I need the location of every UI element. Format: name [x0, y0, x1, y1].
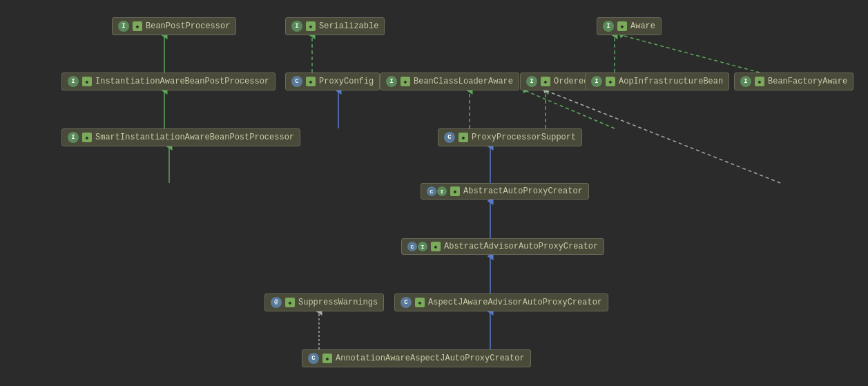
leaf-icon: ◆: [617, 21, 627, 31]
node-Ordered[interactable]: I ◆ Ordered: [520, 73, 595, 90]
node-Aware[interactable]: I ◆ Aware: [597, 17, 662, 35]
node-label: Aware: [630, 21, 655, 31]
node-label: BeanFactoryAware: [768, 77, 847, 86]
node-AbstractAdvisorAutoProxyCreator[interactable]: C I ◆ AbstractAdvisorAutoProxyCreator: [401, 238, 604, 255]
icon-class: C: [291, 76, 302, 87]
leaf-icon: ◆: [415, 298, 425, 307]
node-label: ProxyProcessorSupport: [472, 133, 576, 142]
node-label: BeanPostProcessor: [146, 21, 230, 31]
node-BeanFactoryAware[interactable]: I ◆ BeanFactoryAware: [734, 73, 853, 90]
leaf-icon: ◆: [306, 21, 316, 31]
node-SmartInstantiationAwareBeanPostProcessor[interactable]: I ◆ SmartInstantiationAwareBeanPostProce…: [61, 128, 300, 146]
node-ProxyConfig[interactable]: C ◆ ProxyConfig: [285, 73, 380, 90]
node-AspectJAwareAdvisorAutoProxyCreator[interactable]: C ◆ AspectJAwareAdvisorAutoProxyCreator: [394, 293, 608, 311]
node-label: SmartInstantiationAwareBeanPostProcessor: [95, 133, 294, 142]
icon-interface: I: [603, 21, 614, 32]
svg-line-3: [621, 35, 760, 73]
leaf-icon: ◆: [431, 242, 441, 251]
icon-interface: I: [740, 76, 751, 87]
icon-interface: I: [68, 76, 79, 87]
node-InstantiationAwareBeanPostProcessor[interactable]: I ◆ InstantiationAwareBeanPostProcessor: [61, 73, 276, 90]
icon-annotation: @: [271, 297, 282, 308]
leaf-icon: ◆: [82, 133, 92, 142]
icon-interface: I: [526, 76, 537, 87]
leaf-icon: ◆: [285, 298, 295, 307]
leaf-icon: ◆: [82, 77, 92, 86]
icon-class: C: [444, 132, 455, 143]
icon-class: C: [308, 353, 319, 364]
leaf-icon: ◆: [133, 21, 142, 31]
node-Serializable[interactable]: I ◆ Serializable: [285, 17, 385, 35]
node-BeanClassLoaderAware[interactable]: I ◆ BeanClassLoaderAware: [380, 73, 519, 90]
node-label: AspectJAwareAdvisorAutoProxyCreator: [428, 298, 602, 307]
node-label: AopInfrastructureBean: [619, 77, 723, 86]
node-label: Ordered: [554, 77, 588, 86]
icon-multi: C I: [427, 186, 447, 196]
leaf-icon: ◆: [755, 77, 764, 86]
node-label: InstantiationAwareBeanPostProcessor: [95, 77, 269, 86]
icon-multi: C I: [407, 242, 427, 251]
node-AnnotationAwareAspectJAutoProxyCreator[interactable]: C ◆ AnnotationAwareAspectJAutoProxyCreat…: [302, 349, 531, 367]
leaf-icon: ◆: [322, 354, 332, 363]
leaf-icon: ◆: [459, 133, 468, 142]
node-label: Serializable: [319, 21, 378, 31]
icon-class: C: [401, 297, 412, 308]
node-SuppressWarnings[interactable]: @ ◆ SuppressWarnings: [264, 293, 384, 311]
leaf-icon: ◆: [541, 77, 550, 86]
node-BeanPostProcessor[interactable]: I ◆ BeanPostProcessor: [112, 17, 236, 35]
icon-interface: I: [68, 132, 79, 143]
node-label: ProxyConfig: [319, 77, 374, 86]
icon-interface: I: [291, 21, 302, 32]
icon-interface: I: [591, 76, 602, 87]
icon-interface: I: [118, 21, 129, 32]
node-label: SuppressWarnings: [298, 298, 378, 307]
node-AbstractAutoProxyCreator[interactable]: C I ◆ AbstractAutoProxyCreator: [421, 183, 589, 200]
leaf-icon: ◆: [401, 77, 410, 86]
node-label: AbstractAdvisorAutoProxyCreator: [444, 242, 598, 251]
leaf-icon: ◆: [306, 77, 316, 86]
diagram-container: I ◆ BeanPostProcessor I ◆ Serializable I…: [0, 0, 868, 386]
node-AopInfrastructureBean[interactable]: I ◆ AopInfrastructureBean: [585, 73, 729, 90]
leaf-icon: ◆: [450, 186, 460, 196]
node-ProxyProcessorSupport[interactable]: C ◆ ProxyProcessorSupport: [438, 128, 582, 146]
node-label: AnnotationAwareAspectJAutoProxyCreator: [336, 354, 525, 363]
node-label: AbstractAutoProxyCreator: [463, 186, 583, 196]
icon-interface: I: [386, 76, 397, 87]
svg-line-9: [525, 90, 615, 128]
leaf-icon: ◆: [606, 77, 615, 86]
node-label: BeanClassLoaderAware: [414, 77, 513, 86]
